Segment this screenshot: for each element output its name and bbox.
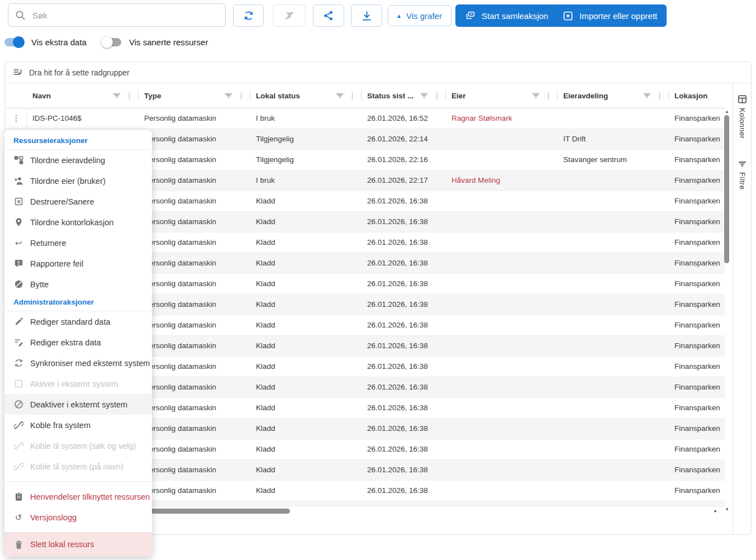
row-menu-icon[interactable]: ⋮ — [6, 108, 27, 129]
column-menu-icon[interactable]: ⋮ — [656, 92, 663, 100]
cell-eier[interactable] — [446, 232, 558, 253]
menu-item[interactable]: Henvendelser tilknyttet ressursen — [4, 486, 152, 507]
menu-item-label: Synkroniser med eksternt system — [30, 359, 150, 368]
column-filter-icon[interactable] — [113, 92, 121, 99]
menu-item[interactable]: Bytte — [4, 274, 152, 295]
column-menu-icon[interactable]: ⋮ — [545, 92, 552, 100]
cell-eier[interactable] — [446, 398, 558, 418]
cell-eier[interactable] — [446, 129, 558, 149]
tab-filtre[interactable]: Filtre — [738, 160, 747, 189]
row-group-dropzone[interactable]: Dra hit for å sette radgrupper — [5, 62, 751, 83]
column-menu-icon[interactable]: ⋮ — [237, 92, 245, 100]
swap-icon — [13, 279, 23, 289]
menu-item[interactable]: ↩Returnere — [4, 232, 152, 253]
cell-eier[interactable] — [446, 150, 558, 170]
column-menu-icon[interactable]: ⋮ — [126, 92, 133, 100]
cell-eier[interactable] — [446, 419, 558, 439]
cell-lokal-status: Kladd — [250, 357, 362, 377]
cell-eier[interactable] — [446, 439, 558, 459]
menu-item[interactable]: Tilordne kontorlokasjon — [4, 212, 152, 232]
column-menu-icon[interactable]: ⋮ — [433, 92, 440, 100]
column-filter-icon[interactable] — [336, 92, 344, 99]
cell-status-sist: 26.01.2026, 16:38 — [362, 315, 446, 335]
copy-stack-icon — [465, 11, 476, 21]
cell-eier[interactable] — [446, 377, 558, 397]
column-header-lokasjon[interactable]: Lokasjon — [669, 83, 725, 108]
cell-eier[interactable] — [446, 315, 558, 335]
cell-lokasjon: Finansparken — [669, 357, 725, 377]
caret-up-icon: ▴ — [397, 12, 401, 20]
cell-type: Personlig datamaskin — [139, 129, 250, 149]
scroll-up-icon[interactable]: ▴ — [724, 108, 730, 114]
refresh-button[interactable] — [233, 4, 264, 27]
column-header-eier[interactable]: Eier⋮ — [446, 83, 558, 108]
column-header-status-sist[interactable]: Status sist ...⋮ — [362, 83, 446, 108]
menu-item[interactable]: ↺Versjonslogg — [4, 507, 152, 528]
menu-item-label: Bytte — [30, 280, 49, 289]
vertical-scrollbar: ▴ ▾ — [723, 108, 731, 512]
menu-item[interactable]: Koble fra system — [4, 415, 152, 435]
cell-eier[interactable] — [446, 460, 558, 480]
plus-square-icon — [563, 11, 573, 21]
start-bulk-action-button[interactable]: Start samleaksjon — [455, 4, 558, 27]
column-header-type[interactable]: Type⋮ — [139, 83, 250, 108]
cell-type: Personlig datamaskin — [139, 274, 250, 294]
cell-eier[interactable] — [446, 295, 558, 315]
menu-item[interactable]: Tilordne eier (bruker) — [4, 170, 152, 191]
toggle-switch[interactable]: Vis sanerte ressurser — [102, 37, 208, 47]
vertical-scroll-thumb[interactable] — [724, 115, 729, 263]
cell-eieravdeling — [558, 170, 669, 191]
row-group-hint: Dra hit for å sette radgrupper — [29, 68, 130, 77]
column-filter-icon[interactable] — [643, 92, 651, 99]
column-header-lokal-status[interactable]: Lokal status⋮ — [250, 83, 362, 108]
lines-pencil-icon — [13, 338, 23, 347]
grid-header: Navn⋮ Type⋮ Lokal status⋮ Status sist ..… — [6, 83, 725, 108]
menu-item[interactable]: Destruere/Sanere — [4, 191, 152, 212]
column-header-navn[interactable]: Navn⋮ — [27, 83, 139, 108]
pencil-icon — [13, 317, 23, 326]
menu-item[interactable]: Tilordne eieravdeling — [4, 150, 152, 170]
menu-item[interactable]: Rapportere feil — [4, 253, 152, 274]
cell-eier[interactable] — [446, 274, 558, 294]
cell-eieravdeling — [558, 191, 669, 211]
column-filter-icon[interactable] — [532, 92, 540, 99]
cell-type: Personlig datamaskin — [139, 377, 250, 397]
menu-item[interactable]: Rediger ekstra data — [4, 332, 152, 353]
menu-item-label: Rediger ekstra data — [30, 338, 101, 347]
column-filter-icon[interactable] — [420, 92, 428, 99]
menu-item-label: Tilordne eieravdeling — [30, 156, 105, 165]
menu-item[interactable]: Synkroniser med eksternt system — [4, 353, 152, 373]
cell-eier[interactable] — [446, 357, 558, 377]
cell-eier[interactable]: Ragnar Stølsmark — [446, 108, 558, 129]
import-create-button[interactable]: Importer eller opprett — [553, 4, 667, 27]
column-filter-icon[interactable] — [225, 92, 232, 99]
column-menu-icon[interactable]: ⋮ — [349, 92, 356, 100]
cell-eier[interactable] — [446, 481, 558, 501]
menu-item[interactable]: Rediger standard data — [4, 311, 152, 332]
column-header-eieravdeling[interactable]: Eieravdeling⋮ — [558, 83, 669, 108]
cell-eieravdeling — [558, 108, 669, 129]
scroll-right-icon[interactable]: ▸ — [714, 508, 717, 514]
share-button[interactable] — [313, 4, 344, 27]
cell-eier[interactable] — [446, 336, 558, 356]
menu-item[interactable]: Slett lokal ressurs — [4, 532, 152, 557]
menu-item[interactable]: Deaktiver i eksternt system — [4, 394, 152, 415]
cell-eier[interactable] — [446, 253, 558, 273]
toggle-switch[interactable]: Vis ekstra data — [4, 37, 87, 47]
cell-eieravdeling — [558, 377, 669, 397]
cell-type: Personlig datamaskin — [139, 460, 250, 480]
cell-lokal-status: Kladd — [250, 377, 362, 397]
org-chart-icon — [13, 155, 23, 165]
scroll-down-icon[interactable]: ▾ — [724, 506, 730, 512]
show-graphs-button[interactable]: ▴ Vis grafer — [388, 5, 451, 26]
cell-eier[interactable] — [446, 191, 558, 211]
table-row[interactable]: ⋮ IDS-PC-1046$ Personlig datamaskin I br… — [6, 108, 725, 129]
menu-item: Koble til system (på navn) — [4, 456, 152, 477]
cell-eier[interactable] — [446, 212, 558, 232]
cell-lokasjon: Finansparken — [669, 481, 725, 501]
search-input[interactable] — [31, 10, 218, 21]
history-icon: ↺ — [13, 512, 23, 523]
tab-kolonner[interactable]: Kolonner — [738, 94, 747, 139]
download-button[interactable] — [351, 4, 382, 27]
cell-eier[interactable]: Håvard Meling — [446, 170, 558, 191]
